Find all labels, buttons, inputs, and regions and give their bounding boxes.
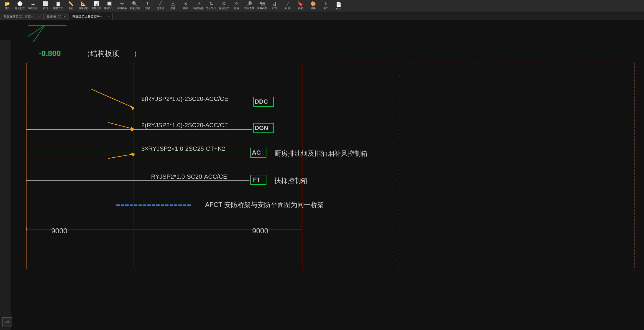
svg-text:DDC: DDC (255, 98, 268, 105)
svg-text:9000: 9000 (252, 227, 268, 235)
window-btn[interactable]: ⬜ 画口 (39, 1, 52, 12)
measure-stat-btn-icon: 📊 (94, 2, 99, 6)
svg-text:-0.800: -0.800 (39, 49, 61, 58)
screenshot-btn-icon: 📷 (259, 2, 265, 6)
layer-badge[interactable]: ≡2 (2, 317, 12, 327)
style-btn[interactable]: 🎨 风格 (307, 1, 319, 12)
recent-btn[interactable]: 🕐 最近打开 (14, 1, 26, 12)
import-export-btn-icon: ⇅ (209, 2, 213, 6)
import-export-btn[interactable]: ⇅ 导入导出 (205, 1, 217, 12)
svg-text:FT: FT (253, 176, 260, 183)
text-btn-icon: T (146, 2, 149, 6)
print-btn[interactable]: 🖨 打印 (269, 1, 281, 12)
edit-assist-btn[interactable]: ✏ 编辑助手 (116, 1, 128, 12)
line-btn-icon: ╱ (159, 2, 162, 6)
main-toolbar: 📂 打开 🕐 最近打开 ☁ 保存云盘 ⬜ 画口 📋 图层管理 📏 量距 📐 测量… (0, 0, 644, 12)
scale-btn[interactable]: ⚖ 比例 (231, 1, 243, 12)
measure-dist-btn[interactable]: 📏 量距 (65, 1, 77, 12)
cad-drawing: -0.800 （结构板顶 ） 2(RYJSP2*1.0)-2SC20-ACC/C… (11, 20, 644, 330)
screenshot-btn[interactable]: 📷 屏幕截图 (256, 1, 268, 12)
print-btn-icon: 🖨 (273, 2, 277, 6)
measure-stat-btn[interactable]: 📊 测量统计 (90, 1, 103, 12)
about-btn-icon: ℹ (325, 2, 327, 6)
layer-mgr-btn[interactable]: 📋 图层管理 (52, 1, 64, 12)
annot-setting-btn-icon: ⚙ (222, 2, 226, 6)
side-panel (0, 40, 11, 330)
about-btn[interactable]: ℹ 关于 (320, 1, 332, 12)
shape-recog-btn[interactable]: 🔍 图形识别 (129, 1, 141, 12)
svg-text:AC: AC (252, 149, 261, 156)
text-btn[interactable]: T 文字 (141, 1, 154, 12)
svg-text:RYJSP2*1.0-SC20-ACC/CE: RYJSP2*1.0-SC20-ACC/CE (151, 173, 227, 180)
tab-legend[interactable]: 图例表_13 ✕ (44, 13, 69, 20)
shape-btn[interactable]: △ 形状 (167, 1, 179, 12)
tab-building-close[interactable]: ✕ (107, 15, 109, 18)
correct-btn[interactable]: ✓ 纠错 (282, 1, 294, 12)
svg-text:AFCT 安防桥架与安防平面图为同一桥架: AFCT 安防桥架与安防平面图为同一桥架 (205, 201, 324, 208)
shape-btn-icon: △ (171, 2, 175, 6)
tab-monitor[interactable]: 商业视频监控、排控一... ✕ (0, 13, 44, 20)
measure-dist-btn-icon: 📏 (68, 2, 74, 6)
pdf-btn[interactable]: 📄 PDF (333, 1, 345, 12)
svg-text:扶梯控制箱: 扶梯控制箱 (274, 177, 308, 184)
window-btn-icon: ⬜ (43, 2, 48, 6)
delete-btn-icon: ✕ (184, 2, 188, 6)
query-btn[interactable]: 🔖 查署 (294, 1, 306, 12)
svg-text:DGN: DGN (255, 124, 268, 131)
measure-seg-btn[interactable]: 📐 测量线段 (78, 1, 90, 12)
tab-bar: 商业视频监控、排控一... ✕ 图例表_13 ✕ 商业建筑设备监控平一... ✕ (0, 12, 644, 20)
compare-btn[interactable]: 🔲 图纸对比 (103, 1, 115, 12)
text-find-btn[interactable]: 🔎 文字查找 (243, 1, 255, 12)
query-btn-icon: 🔖 (298, 2, 303, 6)
tab-building-label: 商业建筑设备监控平一... (72, 14, 105, 19)
canvas-area: ≡2 -0.800 （结构板顶 ） 2(RYJSP2*1.0)-2SC20-AC… (0, 20, 644, 330)
svg-text:2(RYJSP2*1.0)-2SC20-ACC/CE: 2(RYJSP2*1.0)-2SC20-ACC/CE (141, 95, 228, 102)
layer-mgr-btn-icon: 📋 (55, 2, 61, 6)
scale-btn-icon: ⚖ (235, 2, 239, 6)
open-btn-icon: 📂 (4, 2, 10, 6)
delete-btn[interactable]: ✕ 删除 (180, 1, 192, 12)
svg-text:9000: 9000 (51, 227, 67, 235)
jump-btn[interactable]: ↗ 跨图跳转 (192, 1, 205, 12)
line-btn[interactable]: ╱ 画直线 (154, 1, 166, 12)
compare-btn-icon: 🔲 (106, 2, 112, 6)
cloud-save-btn-icon: ☁ (30, 2, 35, 6)
style-btn-icon: 🎨 (310, 2, 316, 6)
recent-btn-icon: 🕐 (17, 2, 23, 6)
pdf-btn-icon: 📄 (336, 2, 341, 7)
svg-rect-0 (11, 20, 644, 330)
correct-btn-icon: ✓ (286, 2, 290, 6)
svg-text:2(RYJSP2*1.0)-2SC20-ACC/CE: 2(RYJSP2*1.0)-2SC20-ACC/CE (141, 122, 228, 129)
tab-legend-close[interactable]: ✕ (63, 15, 65, 18)
jump-btn-icon: ↗ (197, 2, 200, 6)
edit-assist-btn-icon: ✏ (120, 2, 124, 6)
shape-recog-btn-icon: 🔍 (132, 2, 137, 6)
measure-seg-btn-icon: 📐 (81, 2, 86, 6)
tab-monitor-close[interactable]: ✕ (38, 15, 40, 18)
tab-legend-label: 图例表_13 (47, 14, 61, 19)
tab-monitor-label: 商业视频监控、排控一... (3, 14, 36, 19)
svg-text:（结构板顶　　）: （结构板顶 ） (83, 49, 141, 58)
cloud-save-btn[interactable]: ☁ 保存云盘 (27, 1, 39, 12)
text-find-btn-icon: 🔎 (247, 2, 252, 6)
open-btn[interactable]: 📂 打开 (1, 1, 13, 12)
svg-text:3×RYJSP2×1.0-2SC25-CT+K2: 3×RYJSP2×1.0-2SC25-CT+K2 (141, 145, 225, 152)
tab-building[interactable]: 商业建筑设备监控平一... ✕ (69, 13, 113, 20)
annot-setting-btn[interactable]: ⚙ 标注设置 (218, 1, 230, 12)
svg-text:厨房排油烟及排油烟补风控制箱: 厨房排油烟及排油烟补风控制箱 (274, 150, 367, 157)
